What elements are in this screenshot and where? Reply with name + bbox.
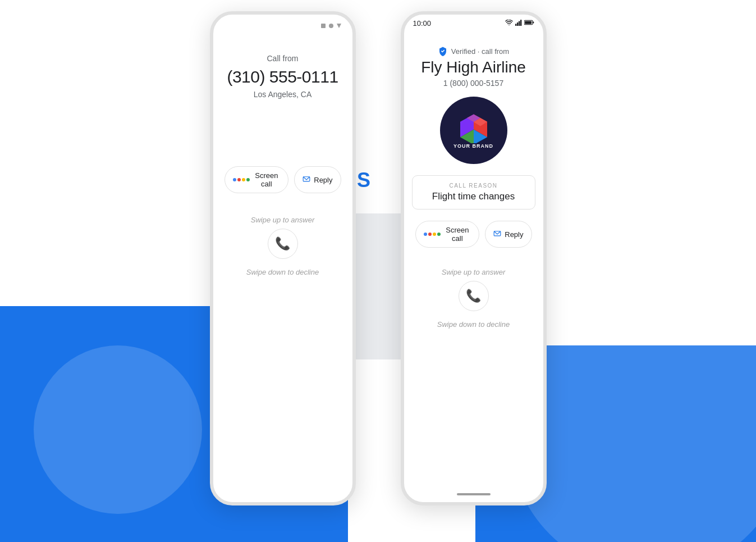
company-phone: 1 (800) 000-5157 [443,79,503,88]
brand-hexagon-svg [457,112,491,143]
status-triangle-icon [337,24,341,28]
battery-icon [524,20,534,25]
right-phone-action-buttons: Screen call Reply [415,221,532,248]
left-phone: Call from (310) 555-0111 Los Angeles, CA… [210,11,356,505]
svg-rect-2 [515,24,516,26]
brand-logo-circle: YOUR BRAND [440,97,507,164]
screen-call-button-left[interactable]: Screen call [224,166,289,193]
dot-red-r [428,233,432,236]
dot-blue [233,178,236,181]
caller-location: Los Angeles, CA [254,90,312,99]
phone-icon-left: 📞 [275,236,290,251]
reply-icon-right [493,230,501,238]
verified-row: Verified · call from [438,46,509,56]
dot-blue-r [424,233,427,236]
svg-point-1 [508,25,510,25]
left-phone-status-bar [213,15,352,37]
svg-rect-7 [533,22,534,24]
right-phone: 10:00 [401,11,547,505]
left-phone-content: Call from (310) 555-0111 Los Angeles, CA… [213,37,352,502]
status-time: 10:00 [413,19,432,28]
dot-yellow-r [433,233,436,236]
call-reason-text: Flight time changes [421,191,526,202]
reply-icon-left [303,176,310,184]
company-name: Fly High Airline [421,58,526,76]
assistant-icon-left [233,178,250,181]
svg-rect-8 [525,21,532,24]
status-dot-icon [329,24,333,28]
status-square-icon [321,24,326,28]
call-reason-title: CALL REASON [421,183,526,189]
caller-phone-number: (310) 555-0111 [227,67,338,86]
swipe-up-text-left: Swipe up to answer [251,216,314,224]
home-indicator [457,493,491,495]
answer-button-right[interactable]: 📞 [459,281,489,311]
signal-icon [515,19,522,26]
verified-text: Verified · call from [451,47,509,56]
reply-button-right[interactable]: Reply [485,221,532,248]
call-from-label: Call from [267,54,298,63]
wifi-icon [505,20,513,25]
call-reason-box: CALL REASON Flight time changes [412,175,535,209]
dot-green-r [437,233,441,236]
brand-label: YOUR BRAND [453,143,493,149]
svg-rect-4 [519,21,520,26]
assistant-icon-right [424,233,441,236]
dot-red [237,178,241,181]
svg-rect-3 [517,22,518,26]
right-phone-content: Verified · call from Fly High Airline 1 … [404,37,543,489]
left-phone-action-buttons: Screen call Reply [224,166,341,193]
svg-rect-5 [520,20,521,26]
answer-button-left[interactable]: 📞 [268,229,298,259]
swipe-down-text-right: Swipe down to decline [437,320,510,329]
status-icons [505,19,534,26]
dot-yellow [242,178,245,181]
dot-green [246,178,250,181]
right-phone-status-bar: 10:00 [404,15,543,37]
swipe-up-text-right: Swipe up to answer [442,268,505,276]
reply-button-left[interactable]: Reply [294,166,341,193]
screen-call-button-right[interactable]: Screen call [415,221,480,248]
phones-wrapper: Call from (310) 555-0111 Los Angeles, CA… [0,11,756,505]
verified-shield-icon [438,46,448,56]
swipe-down-text-left: Swipe down to decline [246,268,319,276]
phone-icon-right: 📞 [466,289,481,303]
